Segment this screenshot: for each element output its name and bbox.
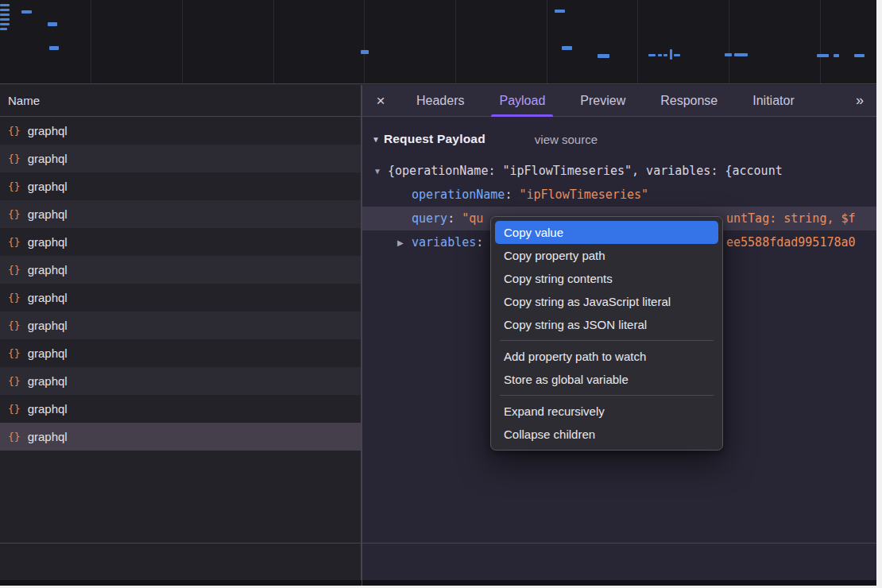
network-activity-bar <box>648 54 656 56</box>
request-list-panel: Name {} graphql {} graphql {} graphql {}… <box>0 85 362 586</box>
request-name: graphql <box>28 152 68 165</box>
network-activity-bar <box>674 54 680 56</box>
network-activity-bar <box>0 9 10 11</box>
payload-summary-row[interactable]: ▼{operationName: "ipFlowTimeseries", var… <box>362 159 876 183</box>
timeline-gridline <box>729 0 729 83</box>
view-source-link[interactable]: view source <box>535 133 598 146</box>
menu-item-collapse-children[interactable]: Collapse children <box>495 423 718 446</box>
expanded-triangle-icon[interactable]: ▼ <box>373 167 388 176</box>
network-activity-bar <box>817 54 829 57</box>
network-activity-bar <box>0 4 10 6</box>
network-request-row[interactable]: {} graphql <box>0 117 361 145</box>
network-request-row[interactable]: {} graphql <box>0 284 361 311</box>
menu-item-expand-recursively[interactable]: Expand recursively <box>495 400 718 423</box>
menu-item-copy-string-as-javascript-literal[interactable]: Copy string as JavaScript literal <box>495 290 718 313</box>
menu-separator <box>500 340 714 341</box>
request-name: graphql <box>28 124 68 137</box>
status-bar-divider <box>0 543 876 544</box>
menu-item-copy-value[interactable]: Copy value <box>495 221 718 244</box>
tab-headers[interactable]: Headers <box>399 85 482 116</box>
more-tabs-icon[interactable]: » <box>843 85 876 116</box>
menu-item-store-as-global-variable[interactable]: Store as global variable <box>495 368 718 391</box>
menu-item-copy-string-contents[interactable]: Copy string contents <box>495 267 718 290</box>
key-separator: : <box>476 235 490 250</box>
timeline-gridline <box>455 0 456 83</box>
property-key: query <box>412 211 447 226</box>
menu-item-copy-string-as-json-literal[interactable]: Copy string as JSON literal <box>495 313 718 336</box>
network-activity-bar <box>49 46 59 50</box>
context-menu: Copy value Copy property path Copy strin… <box>490 216 723 451</box>
network-request-row[interactable]: {} graphql <box>0 311 361 339</box>
network-request-row[interactable]: {} graphql <box>0 339 361 367</box>
property-key: variables <box>412 235 476 250</box>
tab-preview[interactable]: Preview <box>563 85 643 116</box>
network-activity-bar <box>562 46 572 50</box>
json-braces-icon: {} <box>8 292 21 304</box>
devtools-network-panel: Name {} graphql {} graphql {} graphql {}… <box>0 0 876 586</box>
json-braces-icon: {} <box>8 125 21 137</box>
network-activity-bar <box>0 14 10 16</box>
summary-text: {operationName: "ipFlowTimeseries", vari… <box>388 164 783 178</box>
key-separator: : <box>447 211 462 226</box>
timeline-gridline <box>364 0 365 83</box>
clipped-value-fragment: ee5588fdad995178a0 <box>726 230 856 254</box>
name-column-header[interactable]: Name <box>0 85 361 117</box>
network-activity-bar <box>658 54 662 56</box>
network-request-row[interactable]: {} graphql <box>0 145 361 172</box>
json-braces-icon: {} <box>8 236 21 248</box>
network-activity-bar <box>48 22 57 26</box>
network-activity-bar <box>0 18 10 21</box>
request-name: graphql <box>28 346 68 360</box>
property-key: operationName <box>412 188 505 202</box>
network-activity-bar <box>555 10 565 13</box>
network-activity-bar <box>670 49 672 60</box>
tab-initiator[interactable]: Initiator <box>735 85 811 116</box>
name-column-label: Name <box>8 94 40 107</box>
json-braces-icon: {} <box>8 264 21 276</box>
network-activity-bar <box>834 54 839 57</box>
json-braces-icon: {} <box>8 375 21 387</box>
network-activity-bar <box>663 54 667 56</box>
json-braces-icon: {} <box>8 347 21 359</box>
network-request-row[interactable]: {} graphql <box>0 423 361 451</box>
network-request-row[interactable]: {} graphql <box>0 256 361 284</box>
network-request-row[interactable]: {} graphql <box>0 200 361 228</box>
timeline-gridline <box>91 0 91 83</box>
network-request-row[interactable]: {} graphql <box>0 395 361 423</box>
timeline-gridline <box>637 0 638 83</box>
timeline-gridline <box>820 0 821 83</box>
network-activity-bar <box>0 23 10 25</box>
close-icon[interactable]: × <box>362 85 399 116</box>
key-separator: : <box>505 188 519 202</box>
network-activity-bar <box>734 53 748 56</box>
tab-response[interactable]: Response <box>643 85 735 116</box>
section-title: Request Payload <box>384 132 485 146</box>
json-braces-icon: {} <box>8 319 21 331</box>
panel-splitter[interactable] <box>362 85 362 586</box>
property-value: "qu <box>462 211 483 226</box>
menu-separator <box>500 395 714 396</box>
property-row-operation-name[interactable]: operationName: "ipFlowTimeseries" <box>362 183 876 207</box>
tab-payload[interactable]: Payload <box>482 85 563 116</box>
timeline-gridline <box>547 0 547 83</box>
request-payload-section-header[interactable]: ▼ Request Payload view source <box>362 126 876 152</box>
request-name: graphql <box>28 402 68 416</box>
request-name: graphql <box>28 291 68 304</box>
collapsed-triangle-icon[interactable]: ▶ <box>397 238 412 247</box>
disclosure-triangle-icon: ▼ <box>372 135 380 144</box>
window-bottom-edge <box>0 580 876 586</box>
json-braces-icon: {} <box>8 180 21 192</box>
json-braces-icon: {} <box>8 403 21 415</box>
menu-item-copy-property-path[interactable]: Copy property path <box>495 244 718 267</box>
network-request-row[interactable]: {} graphql <box>0 367 361 395</box>
json-braces-icon: {} <box>8 208 21 220</box>
network-overview-timeline[interactable] <box>0 0 876 84</box>
network-request-row[interactable]: {} graphql <box>0 228 361 256</box>
network-activity-bar <box>725 53 732 56</box>
menu-item-add-property-path-to-watch[interactable]: Add property path to watch <box>495 345 718 368</box>
timeline-gridline <box>182 0 183 83</box>
network-activity-bar <box>0 28 7 30</box>
network-request-row[interactable]: {} graphql <box>0 172 361 200</box>
request-name: graphql <box>28 430 68 443</box>
property-value: "ipFlowTimeseries" <box>519 188 648 202</box>
